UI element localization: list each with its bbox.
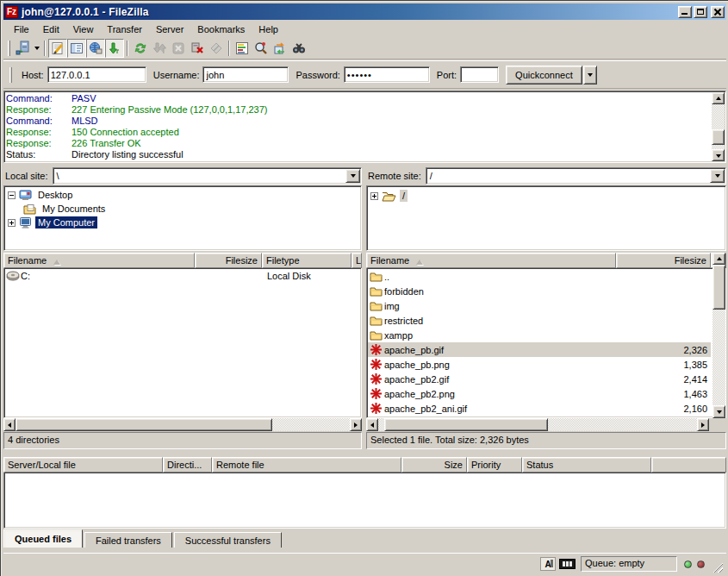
queue-column-size[interactable]: Size (401, 457, 467, 473)
log-line: Status:Directory listing successful (6, 149, 710, 160)
table-row[interactable]: img (368, 298, 711, 313)
refresh-icon[interactable] (131, 39, 150, 58)
table-row[interactable]: C: Local Disk (4, 268, 361, 283)
disconnect-icon[interactable] (188, 39, 207, 58)
local-column-filename[interactable]: Filename (3, 253, 195, 268)
queue-column-server-local-file[interactable]: Server/Local file (3, 457, 163, 473)
resize-grip[interactable] (712, 561, 723, 573)
scroll-up-button[interactable] (712, 92, 725, 104)
scroll-down-button[interactable] (712, 405, 725, 418)
process-queue-icon[interactable] (150, 39, 169, 58)
password-input[interactable] (344, 66, 430, 83)
menubar: File Edit View Transfer Server Bookmarks… (3, 21, 726, 37)
toggle-remote-tree-icon[interactable] (86, 39, 105, 58)
local-column-filesize[interactable]: Filesize (195, 253, 262, 268)
scrollbar-thumb[interactable] (384, 418, 548, 431)
folder-icon (370, 271, 384, 282)
queue-column-priority[interactable]: Priority (467, 457, 522, 473)
scroll-left-button[interactable] (366, 418, 378, 431)
table-row[interactable]: apache_pb2.png1,463 (368, 386, 711, 401)
site-manager-icon[interactable] (13, 39, 32, 58)
menu-transfer[interactable]: Transfer (100, 22, 149, 36)
arrow-down-icon (717, 410, 722, 416)
scroll-down-button[interactable] (712, 149, 725, 161)
tree-item-desktop[interactable]: Desktop (8, 188, 361, 202)
log-line: Response:226 Transfer OK (6, 138, 710, 149)
toggle-local-tree-icon[interactable] (67, 39, 86, 58)
table-row-selected[interactable]: apache_pb.gif2,326 (368, 342, 711, 357)
queue-column-remote-file[interactable]: Remote file (212, 457, 401, 473)
local-column-last-modified[interactable]: L (352, 253, 362, 268)
scroll-right-button[interactable] (350, 418, 362, 431)
table-row[interactable]: restricted (368, 313, 711, 328)
menu-server[interactable]: Server (149, 22, 190, 36)
tab-successful-transfers[interactable]: Successful transfers (174, 532, 282, 548)
scroll-right-button[interactable] (697, 418, 709, 431)
filter-icon[interactable] (289, 39, 308, 58)
table-row[interactable]: apache_pb.png1,385 (368, 357, 711, 372)
cancel-operation-icon[interactable] (169, 39, 188, 58)
close-button[interactable] (711, 6, 725, 18)
toolbar-separator (44, 41, 46, 56)
toggle-log-icon[interactable] (48, 39, 67, 58)
collapse-icon[interactable] (8, 191, 16, 199)
remote-site-combo[interactable]: / (426, 167, 726, 185)
find-files-icon[interactable] (252, 39, 271, 58)
table-row[interactable]: apache_pb2_ani.gif2,160 (368, 401, 711, 416)
scrollbar-thumb[interactable] (712, 129, 725, 145)
local-site-label: Local site: (3, 171, 48, 181)
menu-edit[interactable]: Edit (36, 22, 66, 36)
menu-view[interactable]: View (66, 22, 101, 36)
quickconnect-button[interactable]: Quickconnect (506, 66, 582, 85)
quickconnect-bar: Host: Username: Password: Port: Quickcon… (3, 60, 726, 89)
local-column-filetype[interactable]: Filetype (262, 253, 352, 268)
quickconnect-dropdown[interactable] (583, 66, 597, 85)
table-row[interactable]: .. (368, 269, 711, 284)
remote-site-dropdown[interactable] (710, 169, 725, 183)
speed-limit-indicator-icon[interactable] (559, 559, 576, 569)
scrollbar-thumb[interactable] (16, 418, 272, 431)
site-manager-dropdown[interactable] (32, 39, 41, 58)
window-title: john@127.0.0.1 - FileZilla (22, 6, 676, 18)
synchronized-browsing-icon[interactable] (271, 39, 289, 58)
local-site-combo[interactable]: \ (53, 167, 362, 185)
expand-icon[interactable] (8, 219, 16, 227)
expand-icon[interactable] (370, 192, 378, 200)
scroll-up-button[interactable] (712, 253, 725, 265)
menu-file[interactable]: File (7, 22, 36, 36)
tree-item-my-computer[interactable]: My Computer (8, 216, 361, 229)
username-input[interactable] (202, 66, 289, 83)
transfer-type-icon[interactable]: A (540, 557, 556, 571)
menu-bookmarks[interactable]: Bookmarks (190, 22, 252, 36)
scrollbar-thumb[interactable] (712, 265, 725, 310)
table-row[interactable]: apache_pb2.gif2,414 (368, 372, 711, 386)
image-file-icon (370, 358, 384, 371)
image-file-icon (370, 402, 384, 415)
reconnect-icon[interactable] (207, 39, 226, 58)
minimize-button[interactable] (678, 6, 692, 18)
table-row[interactable]: xampp (368, 328, 711, 342)
log-line: Command:PASV (6, 93, 710, 104)
local-site-dropdown[interactable] (345, 169, 360, 183)
image-file-icon (370, 343, 384, 356)
host-input[interactable] (47, 66, 146, 83)
maximize-button[interactable] (694, 6, 707, 18)
remote-column-filesize[interactable]: Filesize (616, 253, 711, 268)
titlebar[interactable]: Fz john@127.0.0.1 - FileZilla (3, 3, 726, 20)
port-input[interactable] (460, 66, 499, 83)
quickbar-grip[interactable] (9, 67, 12, 83)
toggle-queue-icon[interactable] (105, 39, 124, 58)
table-row[interactable]: forbidden (368, 284, 711, 298)
directory-comparison-icon[interactable] (233, 39, 252, 58)
drive-icon (6, 271, 21, 281)
tree-item-my-documents[interactable]: My Documents (8, 202, 361, 216)
scroll-left-button[interactable] (3, 418, 16, 431)
menu-help[interactable]: Help (252, 22, 285, 36)
queue-column-direction[interactable]: Directi... (163, 457, 212, 473)
remote-column-filename[interactable]: Filename (366, 253, 616, 268)
tab-queued-files[interactable]: Queued files (3, 529, 83, 548)
tree-item-root[interactable]: / (370, 189, 725, 203)
queue-column-status[interactable]: Status (522, 457, 651, 473)
toolbar-grip[interactable] (8, 41, 10, 56)
tab-failed-transfers[interactable]: Failed transfers (84, 532, 172, 548)
